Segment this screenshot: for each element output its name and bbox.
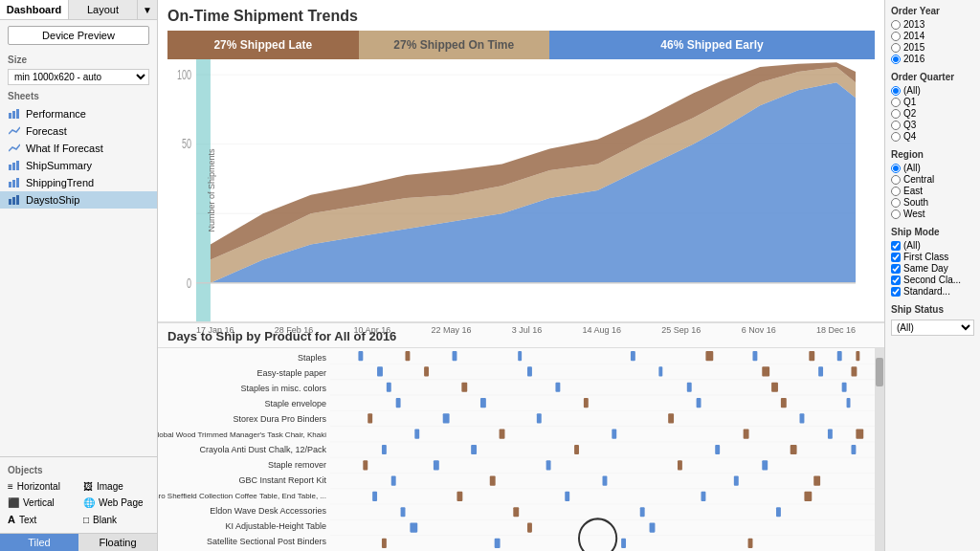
- sheet-whatifforecast[interactable]: What If Forecast: [0, 140, 157, 157]
- quarter-q4-radio[interactable]: [891, 132, 901, 142]
- x-label-3: 10 Apr 16: [354, 325, 391, 335]
- svg-rect-48: [527, 366, 532, 376]
- scrollbar-thumb[interactable]: [876, 358, 883, 386]
- shipmode-all-item[interactable]: (All): [891, 240, 974, 251]
- size-select[interactable]: min 1000x620 - auto: [8, 69, 149, 85]
- svg-rect-5: [16, 161, 19, 170]
- year-2013-radio[interactable]: [891, 20, 901, 30]
- shipmode-sameday-item[interactable]: Same Day: [891, 263, 974, 274]
- webpage-icon: 🌐: [83, 497, 95, 508]
- sheet-shippingtrend[interactable]: ShippingTrend: [0, 174, 157, 191]
- object-vertical[interactable]: ⬛ Vertical: [4, 496, 78, 510]
- product-staple-remover: Staple remover: [158, 457, 330, 473]
- year-2014-radio[interactable]: [891, 32, 901, 41]
- year-2016-radio[interactable]: [891, 55, 901, 64]
- region-all-radio[interactable]: [891, 164, 901, 173]
- shipmode-standard-checkbox[interactable]: [891, 287, 901, 297]
- svg-rect-69: [800, 413, 805, 423]
- svg-rect-38: [453, 351, 457, 361]
- sheet-performance[interactable]: Performance: [0, 105, 157, 122]
- region-central-item[interactable]: Central: [891, 174, 974, 185]
- size-row: min 1000x620 - auto: [0, 67, 157, 87]
- object-webpage[interactable]: 🌐 Web Page: [79, 496, 153, 510]
- year-2013-item[interactable]: 2013: [891, 19, 974, 30]
- svg-rect-91: [813, 476, 820, 486]
- region-west-item[interactable]: West: [891, 209, 974, 219]
- quarter-q2-label: Q2: [903, 108, 916, 119]
- quarter-all-item[interactable]: (All): [891, 85, 974, 96]
- ship-status-label: Ship Status: [891, 304, 974, 315]
- quarter-q2-item[interactable]: Q2: [891, 108, 974, 119]
- region-east-item[interactable]: East: [891, 186, 974, 196]
- svg-rect-41: [705, 351, 713, 361]
- region-central-radio[interactable]: [891, 175, 901, 185]
- region-all-item[interactable]: (All): [891, 163, 974, 173]
- shipmode-firstclass-item[interactable]: First Class: [891, 252, 974, 262]
- sheet-daystoship-label: DaystoShip: [26, 194, 79, 206]
- quarter-q3-item[interactable]: Q3: [891, 120, 974, 130]
- object-blank-label: Blank: [93, 515, 117, 525]
- object-text[interactable]: A Text: [4, 512, 78, 527]
- region-south-item[interactable]: South: [891, 197, 974, 208]
- shipmode-firstclass-label: First Class: [903, 252, 948, 262]
- svg-rect-68: [668, 413, 674, 423]
- svg-rect-94: [565, 492, 569, 501]
- objects-grid: ≡ Horizontal 🖼 Image ⬛ Vertical 🌐 Web Pa…: [0, 477, 157, 529]
- svg-rect-7: [12, 180, 15, 187]
- shipmode-standard-item[interactable]: Standard...: [891, 286, 974, 297]
- shipmode-all-checkbox[interactable]: [891, 241, 901, 251]
- svg-rect-39: [518, 351, 522, 361]
- tab-dashboard[interactable]: Dashboard: [0, 0, 69, 19]
- object-vertical-label: Vertical: [23, 497, 55, 508]
- quarter-q1-item[interactable]: Q1: [891, 97, 974, 107]
- year-2015-item[interactable]: 2015: [891, 42, 974, 53]
- shipmode-firstclass-checkbox[interactable]: [891, 253, 901, 262]
- bar-chart5-icon: [8, 193, 21, 207]
- object-horizontal[interactable]: ≡ Horizontal: [4, 479, 78, 494]
- sheet-shipsummary[interactable]: ShipSummary: [0, 157, 157, 174]
- order-quarter-label: Order Quarter: [891, 72, 974, 82]
- vertical-scrollbar[interactable]: [875, 348, 884, 551]
- svg-rect-42: [752, 351, 757, 361]
- floating-button[interactable]: Floating: [78, 534, 157, 551]
- quarter-q2-radio[interactable]: [891, 109, 901, 119]
- quarter-q1-radio[interactable]: [891, 98, 901, 107]
- shipmode-sameday-checkbox[interactable]: [891, 264, 901, 274]
- region-west-radio[interactable]: [891, 209, 901, 219]
- shipmode-secondclass-item[interactable]: Second Cla...: [891, 275, 974, 285]
- sheet-shipsummary-label: ShipSummary: [26, 160, 92, 171]
- text-icon: A: [8, 514, 15, 525]
- year-2015-radio[interactable]: [891, 43, 901, 53]
- shipmode-secondclass-checkbox[interactable]: [891, 276, 901, 285]
- svg-rect-45: [856, 351, 859, 361]
- device-preview-button[interactable]: Device Preview: [8, 26, 149, 45]
- tab-layout[interactable]: Layout: [69, 0, 138, 19]
- settings-icon[interactable]: ▼: [138, 0, 157, 19]
- quarter-q3-radio[interactable]: [891, 121, 901, 130]
- object-blank[interactable]: □ Blank: [79, 512, 153, 527]
- ship-mode-filter: Ship Mode (All) First Class Same Day Sec…: [891, 227, 974, 297]
- product-staples: Staples: [158, 350, 330, 365]
- objects-label: Objects: [0, 461, 157, 477]
- svg-rect-108: [748, 539, 753, 548]
- area-chart-svg: 100 50 0: [167, 59, 875, 321]
- svg-rect-61: [584, 398, 589, 408]
- sheet-daystoship[interactable]: DaystoShip: [0, 191, 157, 209]
- product-ki: KI Adjustable-Height Table: [158, 518, 330, 534]
- quarter-all-radio[interactable]: [891, 86, 901, 96]
- product-labels: Staples Easy-staple paper Staples in mis…: [158, 348, 330, 551]
- sheet-forecast[interactable]: Forecast: [0, 122, 157, 140]
- quarter-q4-item[interactable]: Q4: [891, 131, 974, 142]
- svg-rect-80: [791, 445, 797, 454]
- object-image[interactable]: 🖼 Image: [79, 479, 153, 494]
- region-south-radio[interactable]: [891, 198, 901, 208]
- region-east-radio[interactable]: [891, 187, 901, 196]
- svg-rect-11: [16, 195, 19, 205]
- quarter-q4-label: Q4: [903, 131, 916, 142]
- order-year-filter: Order Year 2013 2014 2015 2016: [891, 6, 974, 64]
- year-2016-item[interactable]: 2016: [891, 54, 974, 64]
- tiled-button[interactable]: Tiled: [0, 534, 78, 551]
- year-2014-item[interactable]: 2014: [891, 31, 974, 41]
- svg-rect-64: [847, 398, 851, 408]
- ship-status-select[interactable]: (All): [891, 320, 974, 336]
